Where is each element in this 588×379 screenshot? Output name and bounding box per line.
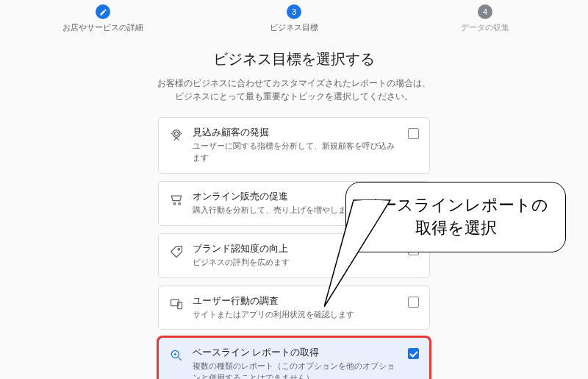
report-icon xyxy=(169,348,184,363)
svg-point-3 xyxy=(179,202,181,205)
svg-point-1 xyxy=(173,130,180,137)
goal-card-desc: 複数の種類のレポート（このオプションを他のオプションと併用することはできません） xyxy=(193,361,399,379)
goal-card-baseline-report[interactable]: ベースライン レポートの取得 複数の種類のレポート（このオプションを他のオプショ… xyxy=(158,337,430,379)
goal-card-title: 見込み顧客の発掘 xyxy=(193,127,399,139)
step-label: お店やサービスの詳細 xyxy=(62,22,143,33)
page-title: ビジネス目標を選択する xyxy=(213,49,375,69)
pencil-icon xyxy=(96,4,110,19)
goal-checkbox[interactable] xyxy=(408,128,419,139)
svg-point-2 xyxy=(173,202,176,205)
step-data-collection[interactable]: 4 データの収集 xyxy=(390,4,581,33)
page-subtitle: お客様のビジネスに合わせてカスタマイズされたレポートの場合は、 ビジネスにとって… xyxy=(157,77,431,104)
goal-checkbox[interactable] xyxy=(408,348,419,359)
cart-icon xyxy=(169,192,184,207)
tag-icon xyxy=(169,244,184,259)
goal-card-title: ベースライン レポートの取得 xyxy=(193,347,399,359)
stepper: お店やサービスの詳細 3 ビジネス目標 4 データの収集 xyxy=(0,0,588,33)
callout-tail-icon xyxy=(324,193,412,311)
step-business-goal[interactable]: 3 ビジネス目標 xyxy=(198,4,390,33)
goal-card-desc: サイトまたはアプリの利用状況を確認します xyxy=(193,309,399,321)
svg-point-4 xyxy=(178,248,180,250)
target-icon xyxy=(169,128,184,143)
goal-card-leads[interactable]: 見込み顧客の発掘 ユーザーに関する指標を分析して、新規顧客を呼び込みます xyxy=(158,117,430,174)
step-number-icon: 3 xyxy=(287,4,301,19)
goal-card-desc: ユーザーに関する指標を分析して、新規顧客を呼び込みます xyxy=(193,141,399,164)
step-number-icon: 4 xyxy=(478,4,492,19)
step-label: データの収集 xyxy=(461,22,509,33)
step-label: ビジネス目標 xyxy=(270,22,318,33)
annotation-callout: ベースラインレポートの取得を選択 xyxy=(345,182,566,252)
svg-marker-8 xyxy=(324,200,390,307)
step-business-details[interactable]: お店やサービスの詳細 xyxy=(7,4,198,33)
svg-point-0 xyxy=(175,132,179,135)
devices-icon xyxy=(169,297,184,311)
